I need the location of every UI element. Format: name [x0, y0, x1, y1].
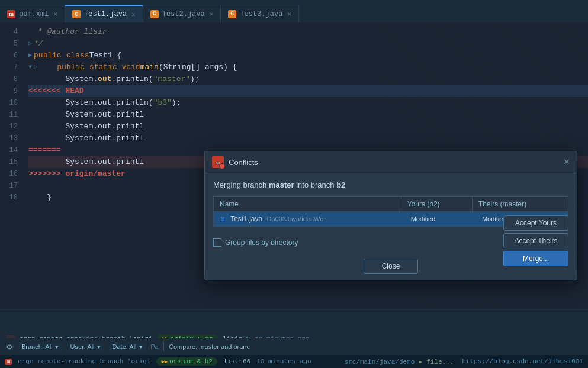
group-by-dir-checkbox[interactable] [213, 238, 221, 247]
merge-button[interactable]: Merge... [503, 251, 568, 266]
dialog-overlay: u Conflicts ✕ Merging branch master into… [0, 0, 588, 368]
subtitle-prefix: Merging branch [213, 180, 269, 189]
file-path: D:\003Java\ideaWor [267, 215, 326, 222]
dialog-action-buttons: Accept Yours Accept Theirs Merge... [503, 215, 568, 266]
dialog-close-button[interactable]: ✕ [564, 157, 570, 167]
close-button[interactable]: Close [364, 259, 419, 274]
col-theirs: Theirs (master) [472, 197, 568, 212]
group-by-dir-text: Group files by directory [225, 238, 298, 247]
file-icon: 🗎 [220, 215, 226, 222]
col-yours: Yours (b2) [401, 197, 472, 212]
dialog-subtitle: Merging branch master into branch b2 [213, 180, 568, 189]
branch-yours: master [269, 180, 294, 189]
group-by-dir-label[interactable]: Group files by directory [213, 238, 298, 247]
dialog-app-icon: u [212, 156, 224, 168]
yours-status-badge: Modified [407, 215, 439, 223]
dialog-title: Conflicts [229, 158, 258, 167]
branch-theirs: b2 [336, 180, 345, 189]
file-cell: 🗎 Test1.java D:\003Java\ideaWor [214, 212, 401, 227]
accept-theirs-button[interactable]: Accept Theirs [503, 233, 568, 248]
dialog-title-bar: u Conflicts ✕ [205, 151, 577, 173]
table-header-row: Name Yours (b2) Theirs (master) [214, 197, 568, 212]
col-name: Name [214, 197, 401, 212]
subtitle-mid: into branch [294, 180, 337, 189]
accept-yours-button[interactable]: Accept Yours [503, 215, 568, 231]
conflicts-dialog: u Conflicts ✕ Merging branch master into… [204, 151, 577, 280]
file-name: Test1.java [230, 215, 262, 223]
yours-status-cell: Modified [401, 212, 472, 227]
